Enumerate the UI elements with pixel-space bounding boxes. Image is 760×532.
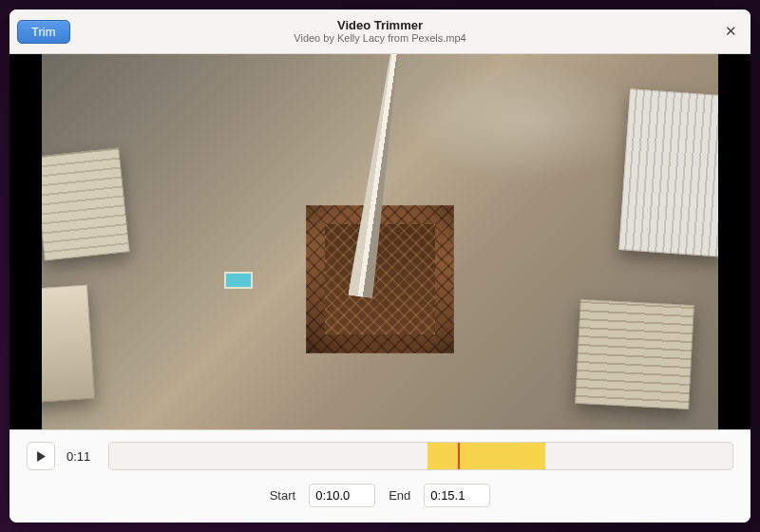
timeline-selection[interactable] bbox=[428, 443, 546, 469]
play-icon bbox=[36, 451, 47, 462]
trim-range-row: Start End bbox=[27, 484, 733, 507]
end-time-input[interactable] bbox=[424, 484, 490, 507]
video-frame-building bbox=[34, 147, 130, 260]
timeline[interactable] bbox=[108, 442, 733, 470]
close-icon: ✕ bbox=[725, 23, 737, 40]
end-label: End bbox=[389, 488, 410, 503]
video-frame-building bbox=[618, 88, 734, 256]
start-label: Start bbox=[270, 488, 295, 503]
app-window: Trim Video Trimmer Video by Kelly Lacy f… bbox=[10, 10, 750, 522]
video-frame-building bbox=[575, 299, 694, 409]
letterbox bbox=[718, 54, 750, 429]
file-name: Video by Kelly Lacy from Pexels.mp4 bbox=[10, 32, 750, 45]
start-time-input[interactable] bbox=[309, 484, 375, 507]
app-title: Video Trimmer bbox=[10, 18, 750, 33]
playback-row: 0:11 bbox=[27, 442, 733, 470]
timeline-playhead[interactable] bbox=[458, 443, 460, 469]
letterbox bbox=[10, 54, 42, 429]
current-time: 0:11 bbox=[66, 449, 97, 464]
window-title-group: Video Trimmer Video by Kelly Lacy from P… bbox=[10, 18, 750, 46]
video-frame-tower bbox=[238, 137, 522, 422]
trim-button[interactable]: Trim bbox=[17, 20, 70, 44]
close-button[interactable]: ✕ bbox=[718, 19, 743, 44]
video-preview[interactable] bbox=[10, 54, 750, 429]
controls-panel: 0:11 Start End bbox=[10, 429, 750, 522]
titlebar: Trim Video Trimmer Video by Kelly Lacy f… bbox=[10, 10, 750, 54]
play-button[interactable] bbox=[27, 442, 55, 470]
